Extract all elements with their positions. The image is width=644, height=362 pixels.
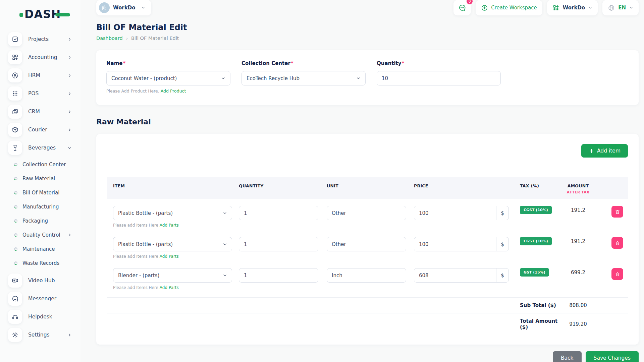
sidebar-item-manufacturing[interactable]: Manufacturing <box>0 200 80 214</box>
sidebar-item-quality-control[interactable]: Quality Control <box>0 228 80 242</box>
row-unit-input[interactable] <box>327 237 406 251</box>
sidebar-item-beverages[interactable]: Beverages <box>0 139 80 156</box>
sidebar-item-maintenance[interactable]: Maintenance <box>0 242 80 256</box>
row-price-input[interactable] <box>414 237 496 251</box>
sidebar-item-waste-records[interactable]: Waste Records <box>0 256 80 270</box>
item-select[interactable]: Plastic Bottle - (parts) <box>113 237 232 251</box>
plus-icon <box>589 148 594 154</box>
collection-center-select[interactable]: EcoTech Recycle Hub <box>241 71 366 85</box>
total-amount-value: 919.20 <box>561 321 595 327</box>
language-selector[interactable]: EN <box>602 0 639 15</box>
row-quantity-input[interactable] <box>239 206 318 220</box>
crm-icon <box>8 105 22 119</box>
messages-button[interactable]: 0 <box>453 0 471 15</box>
breadcrumb-dashboard-link[interactable]: Dashboard <box>96 36 123 41</box>
chevron-right-icon <box>67 55 72 60</box>
submenu-bullet-icon <box>14 219 17 223</box>
chevron-right-icon <box>67 333 72 337</box>
sidebar-item-projects[interactable]: Projects <box>0 31 80 48</box>
raw-material-section-title: Raw Material <box>96 118 639 126</box>
page-content: Bill OF Material Edit Dashboard › Bill O… <box>96 15 639 362</box>
sidebar-item-settings[interactable]: Settings <box>0 326 80 343</box>
row-price-input[interactable] <box>414 206 496 220</box>
submenu-bullet-icon <box>14 177 17 180</box>
bom-form-card: Name* Coconut Water - (product) Please A… <box>96 50 639 105</box>
sidebar-item-packaging[interactable]: Packaging <box>0 214 80 228</box>
name-field-group: Name* Coconut Water - (product) Please A… <box>106 60 230 94</box>
col-header-tax: TAX (%) <box>511 183 561 188</box>
row-quantity-input[interactable] <box>239 268 318 283</box>
col-header-price: PRICE <box>414 183 511 188</box>
col-header-unit: UNIT <box>327 183 414 188</box>
collection-center-label: Collection Center <box>241 60 290 66</box>
table-row: Plastic Bottle - (parts) Please add Item… <box>107 230 628 261</box>
submenu-bullet-icon <box>14 205 17 208</box>
sidebar-item-collection-center[interactable]: Collection Center <box>0 158 80 172</box>
add-parts-link[interactable]: Add Parts <box>160 223 179 228</box>
subtotal-value: 808.00 <box>561 302 595 308</box>
add-product-link[interactable]: Add Product <box>161 88 186 94</box>
add-item-button[interactable]: Add item <box>581 144 628 158</box>
item-select[interactable]: Plastic Bottle - (parts) <box>113 206 232 220</box>
back-button[interactable]: Back <box>553 351 582 362</box>
gear-icon <box>8 328 22 342</box>
chevron-right-icon <box>67 92 72 96</box>
row-amount: 191.2 <box>561 206 595 213</box>
quantity-input[interactable] <box>382 75 496 81</box>
chat-icon <box>458 4 466 12</box>
add-parts-link[interactable]: Add Parts <box>160 254 179 259</box>
required-asterisk: * <box>402 60 405 66</box>
table-row: Plastic Bottle - (parts) Please add Item… <box>107 199 628 230</box>
currency-addon: $ <box>496 237 508 251</box>
total-amount-label: Total Amount ($) <box>511 318 561 330</box>
grid-plus-icon <box>552 4 559 11</box>
name-helper-text: Please Add Product Here. <box>106 88 159 94</box>
row-unit-input[interactable] <box>327 268 406 283</box>
delete-row-button[interactable] <box>611 206 623 218</box>
sidebar-item-helpdesk[interactable]: Helpdesk <box>0 308 80 325</box>
chevron-down-icon <box>356 76 361 80</box>
sidebar-item-video-hub[interactable]: Video Hub <box>0 272 80 289</box>
row-unit-input[interactable] <box>327 206 406 220</box>
sidebar-item-label: Settings <box>28 332 67 338</box>
subtotal-row: Sub Total ($) 808.00 <box>107 297 628 313</box>
item-select[interactable]: Blender - (parts) <box>113 268 232 283</box>
chevron-down-icon <box>141 6 145 10</box>
sidebar-item-label: HRM <box>28 72 67 78</box>
delete-row-button[interactable] <box>611 268 623 280</box>
collection-center-field-group: Collection Center* EcoTech Recycle Hub <box>241 60 366 94</box>
sidebar-item-raw-material[interactable]: Raw Material <box>0 172 80 186</box>
submenu-bullet-icon <box>14 261 17 265</box>
sidebar-item-messenger[interactable]: Messenger <box>0 290 80 307</box>
tax-badge: CGST (10%) <box>520 237 552 245</box>
delete-row-button[interactable] <box>611 237 623 249</box>
sidebar: DASH Projects Accounting HRM <box>0 0 80 362</box>
sidebar-item-label: Messenger <box>28 296 80 302</box>
sidebar-item-label: Accounting <box>28 54 67 60</box>
breadcrumb: Dashboard › Bill OF Material Edit <box>96 36 639 41</box>
sidebar-item-crm[interactable]: CRM <box>0 103 80 120</box>
sidebar-item-accounting[interactable]: Accounting <box>0 49 80 66</box>
row-quantity-input[interactable] <box>239 237 318 251</box>
workspace-selector[interactable]: WorkDo <box>96 0 151 15</box>
currency-addon: $ <box>496 268 508 282</box>
add-parts-link[interactable]: Add Parts <box>160 285 179 290</box>
row-price-input[interactable] <box>414 268 496 282</box>
breadcrumb-current: Bill OF Material Edit <box>131 36 179 41</box>
submenu-bullet-icon <box>14 163 17 166</box>
col-header-after-tax: AFTER TAX <box>561 190 595 194</box>
name-select[interactable]: Coconut Water - (product) <box>106 71 230 85</box>
sidebar-item-bill-of-material[interactable]: Bill Of Material <box>0 186 80 200</box>
row-helper-text: Please add Items Here <box>113 254 158 259</box>
chevron-right-icon <box>67 37 72 42</box>
submenu-bullet-icon <box>14 247 17 251</box>
dash-logo[interactable]: DASH <box>19 7 80 21</box>
logo-dot <box>19 13 23 17</box>
chevron-down-icon <box>223 242 227 246</box>
app-switcher-button[interactable]: WorkDo <box>547 0 598 15</box>
create-workspace-button[interactable]: Create Workspace <box>476 0 542 15</box>
sidebar-item-hrm[interactable]: HRM <box>0 67 80 84</box>
save-changes-button[interactable]: Save Changes <box>586 351 639 362</box>
sidebar-item-courier[interactable]: Courier <box>0 121 80 138</box>
sidebar-item-pos[interactable]: POS <box>0 85 80 102</box>
